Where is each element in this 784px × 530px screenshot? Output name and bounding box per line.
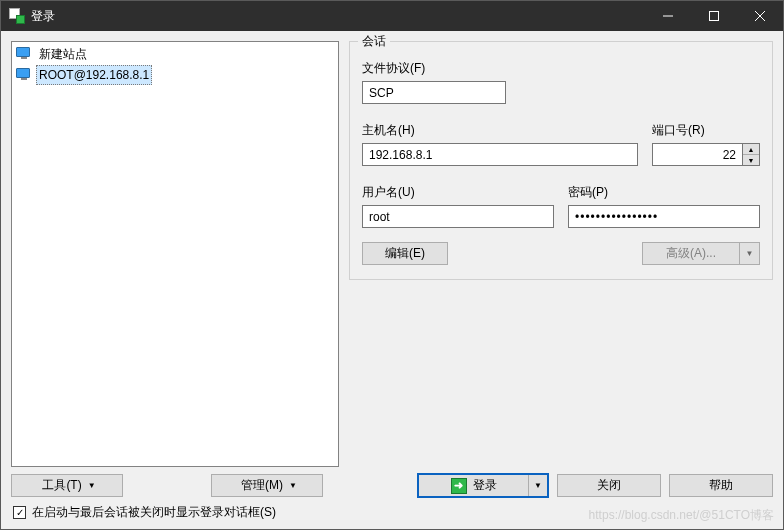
- protocol-field[interactable]: SCP: [362, 81, 506, 104]
- close-window-button[interactable]: [737, 1, 783, 31]
- password-label: 密码(P): [568, 184, 760, 201]
- site-item-label: ROOT@192.168.8.1: [36, 65, 152, 85]
- login-icon: ➜: [451, 478, 467, 494]
- password-input[interactable]: ••••••••••••••••: [568, 205, 760, 228]
- username-input[interactable]: [362, 205, 554, 228]
- advanced-dropdown[interactable]: ▼: [740, 242, 760, 265]
- session-legend: 会话: [358, 33, 390, 50]
- site-item-new[interactable]: 新建站点: [14, 44, 336, 64]
- protocol-label: 文件协议(F): [362, 60, 760, 77]
- edit-button[interactable]: 编辑(E): [362, 242, 448, 265]
- startup-checkbox-label: 在启动与最后会话被关闭时显示登录对话框(S): [32, 504, 276, 521]
- help-button[interactable]: 帮助: [669, 474, 773, 497]
- app-icon: [9, 8, 25, 24]
- monitor-icon: [16, 47, 32, 61]
- login-dropdown[interactable]: ▼: [529, 475, 547, 496]
- port-spinner[interactable]: ▲▼: [743, 143, 760, 166]
- host-label: 主机名(H): [362, 122, 638, 139]
- login-window: 登录 新建站点 ROOT@192.168.8.1: [0, 0, 784, 530]
- window-title: 登录: [31, 8, 55, 25]
- site-item-label: 新建站点: [36, 45, 90, 63]
- advanced-button[interactable]: 高级(A)...: [642, 242, 740, 265]
- protocol-value: SCP: [369, 86, 394, 100]
- password-value: ••••••••••••••••: [575, 210, 658, 224]
- login-button[interactable]: ➜ 登录 ▼: [417, 473, 549, 498]
- host-input[interactable]: [362, 143, 638, 166]
- chevron-down-icon: ▼: [289, 481, 297, 490]
- startup-checkbox[interactable]: ✓: [13, 506, 26, 519]
- site-item-root[interactable]: ROOT@192.168.8.1: [14, 64, 336, 86]
- bottom-bar: 工具(T)▼ 管理(M)▼ ➜ 登录 ▼ 关闭 帮助: [1, 467, 783, 502]
- minimize-button[interactable]: [645, 1, 691, 31]
- tools-button[interactable]: 工具(T)▼: [11, 474, 123, 497]
- titlebar: 登录: [1, 1, 783, 31]
- svg-rect-1: [710, 12, 719, 21]
- port-input[interactable]: [652, 143, 743, 166]
- startup-checkbox-row: ✓ 在启动与最后会话被关闭时显示登录对话框(S): [1, 502, 783, 529]
- user-label: 用户名(U): [362, 184, 554, 201]
- port-label: 端口号(R): [652, 122, 760, 139]
- maximize-button[interactable]: [691, 1, 737, 31]
- close-button[interactable]: 关闭: [557, 474, 661, 497]
- session-fieldset: 会话 文件协议(F) SCP 主机名(H) 端口号(R) ▲▼: [349, 41, 773, 280]
- site-list[interactable]: 新建站点 ROOT@192.168.8.1: [11, 41, 339, 467]
- manage-button[interactable]: 管理(M)▼: [211, 474, 323, 497]
- chevron-down-icon: ▼: [88, 481, 96, 490]
- monitor-icon: [16, 68, 32, 82]
